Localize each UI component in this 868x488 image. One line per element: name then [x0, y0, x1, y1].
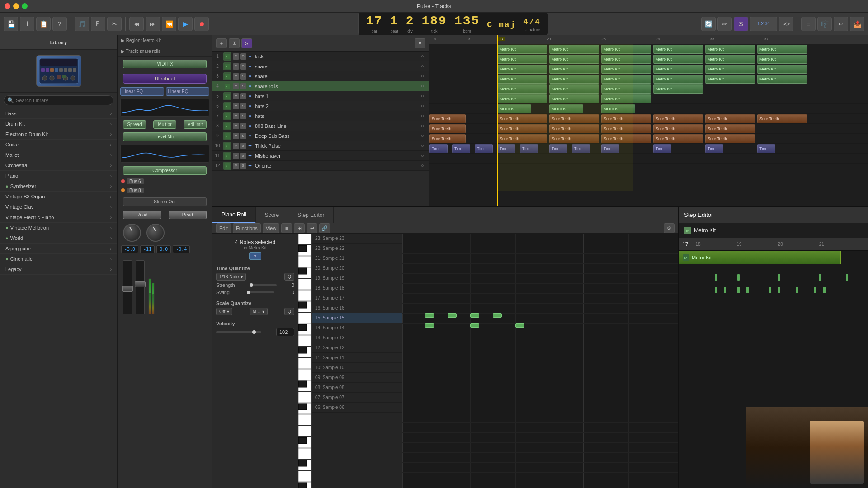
track-m-1[interactable]: M: [233, 63, 239, 70]
tick-display[interactable]: 189: [421, 14, 447, 28]
stereo-out-button[interactable]: Stereo Out: [123, 197, 207, 206]
arrange-block[interactable]: Sore Teeth: [653, 134, 703, 143]
arrange-block[interactable]: Tim: [429, 144, 448, 153]
pr-undo-button[interactable]: ↩: [307, 223, 317, 233]
fader-2[interactable]: [136, 260, 145, 314]
arrange-block[interactable]: Metro Kit: [497, 65, 547, 74]
arrange-block[interactable]: Tim: [757, 144, 775, 153]
library-item-vintage-mellotron[interactable]: ●Vintage Mellotron ›: [0, 223, 117, 233]
arrange-block[interactable]: Metro Kit: [705, 65, 755, 74]
arrange-block[interactable]: Sore Teeth: [601, 114, 651, 123]
track-m-8[interactable]: M: [233, 133, 239, 139]
track-row-1[interactable]: 2 ♪ M S ✦ snare ○: [212, 61, 429, 71]
arrange-row-10[interactable]: TimTimTimTimTimTimTimTimTimTimTim: [429, 144, 868, 154]
scale-mode-select[interactable]: M... ▾: [250, 308, 268, 315]
track-s-8[interactable]: S: [240, 133, 246, 139]
forward-button[interactable]: ⏭: [146, 17, 160, 31]
arrange-block[interactable]: Metro Kit: [757, 65, 807, 74]
arrange-block[interactable]: Metro Kit: [549, 75, 599, 84]
arrange-block[interactable]: Metro Kit: [601, 45, 651, 54]
scale-q-btn[interactable]: Q: [284, 308, 294, 315]
arrange-block[interactable]: Tim: [452, 144, 470, 153]
track-row-10[interactable]: 11 ♪ M S ✦ Misbehaver ○: [212, 151, 429, 161]
arrange-block[interactable]: Metro Kit: [653, 65, 703, 74]
read2-button[interactable]: Read: [169, 211, 207, 219]
pr-grid-button[interactable]: ⊞: [294, 223, 305, 233]
track-row-2[interactable]: 3 ♪ M S ✦ snare ○: [212, 71, 429, 81]
track-row-3[interactable]: 4 ♪ M S ✦ snare rolls ○: [212, 81, 429, 91]
arrange-block[interactable]: Tim: [497, 144, 515, 153]
arrange-block[interactable]: Metro Kit: [601, 84, 651, 94]
velocity-input[interactable]: 102: [276, 328, 294, 336]
adlimit-button[interactable]: AdLimit: [184, 120, 207, 129]
step-note-8[interactable]: [746, 287, 749, 293]
save-button[interactable]: 💾: [4, 17, 18, 31]
velocity-slider[interactable]: [216, 331, 261, 333]
browse-button[interactable]: 📋: [36, 17, 51, 31]
library-item-bass[interactable]: Bass ›: [0, 108, 117, 119]
track-m-6[interactable]: M: [233, 113, 239, 119]
arrange-block[interactable]: Metro Kit: [601, 104, 635, 113]
arrange-block[interactable]: Metro Kit: [757, 75, 807, 84]
arrange-row-2[interactable]: Metro KitMetro KitMetro KitMetro KitMetr…: [429, 64, 868, 74]
arrange-block[interactable]: Metro Kit: [705, 45, 755, 54]
arrange-row-4[interactable]: Metro KitMetro KitMetro KitMetro Kit: [429, 84, 868, 94]
library-item-orchestral[interactable]: Orchestral ›: [0, 160, 117, 171]
arrange-block[interactable]: Tim: [475, 144, 493, 153]
arrange-block[interactable]: Metro Kit: [497, 104, 531, 113]
arrange-block[interactable]: Sore Teeth: [497, 114, 547, 123]
minimize-button[interactable]: [13, 3, 19, 9]
midi-fx-button[interactable]: MIDI FX: [123, 60, 207, 68]
arrange-block[interactable]: Metro Kit: [497, 84, 547, 94]
export-button[interactable]: 📤: [850, 17, 864, 31]
step-note-1[interactable]: [737, 274, 740, 281]
info-button[interactable]: ℹ: [20, 17, 34, 31]
arrange-block[interactable]: Metro Kit: [497, 75, 547, 84]
swing-thumb[interactable]: [247, 291, 250, 294]
arrange-row-6[interactable]: Metro KitMetro KitMetro Kit: [429, 104, 868, 114]
pencil-button[interactable]: ✏: [717, 17, 732, 31]
volume-knob[interactable]: [123, 224, 141, 242]
pr-note-2[interactable]: [470, 313, 479, 318]
arrange-block[interactable]: Metro Kit: [549, 84, 599, 94]
step-note-7[interactable]: [737, 287, 740, 293]
arrange-row-8[interactable]: Sore TeethSore TeethSore TeethSore Teeth…: [429, 124, 868, 134]
arrange-block[interactable]: Sore Teeth: [601, 134, 651, 143]
div-display[interactable]: 2: [406, 14, 415, 28]
track-s-11[interactable]: S: [240, 163, 246, 169]
library-item-vintage-b3-organ[interactable]: Vintage B3 Organ ›: [0, 192, 117, 202]
arrange-block[interactable]: Metro Kit: [601, 75, 651, 84]
record-button[interactable]: ⏺: [194, 17, 209, 31]
track-s-3[interactable]: S: [240, 83, 246, 89]
track-m-10[interactable]: M: [233, 153, 239, 159]
s-button[interactable]: S: [734, 17, 748, 31]
tab-piano-roll[interactable]: Piano Roll: [212, 207, 256, 223]
step-note-0[interactable]: [715, 274, 717, 281]
region-section[interactable]: ▶ Region: Metro Kit: [118, 35, 212, 46]
arrange-block[interactable]: Tim: [572, 144, 590, 153]
arrange-block[interactable]: Metro Kit: [757, 55, 807, 64]
compressor-button[interactable]: Compressor: [123, 166, 207, 175]
bus6-button[interactable]: Bus 6: [127, 178, 144, 184]
track-m-3[interactable]: M: [233, 83, 239, 89]
pr-list-button[interactable]: ≡: [281, 223, 292, 233]
bar-display[interactable]: 17: [366, 14, 383, 28]
arrange-block[interactable]: Metro Kit: [549, 55, 599, 64]
arrange-block[interactable]: Metro Kit: [705, 75, 755, 84]
arrange-block[interactable]: Sore Teeth: [653, 124, 703, 133]
arrange-block[interactable]: Metro Kit: [653, 45, 703, 54]
add-track-button[interactable]: +: [216, 38, 227, 48]
track-m-2[interactable]: M: [233, 73, 239, 80]
pr-functions-button[interactable]: Functions: [233, 223, 261, 233]
track-row-7[interactable]: 8 ♪ M S ✦ 808 Bass Line ○: [212, 121, 429, 131]
track-s-7[interactable]: S: [240, 123, 246, 129]
arrange-block[interactable]: Metro Kit: [757, 45, 807, 54]
strength-slider[interactable]: [250, 284, 277, 286]
arrange-row-5[interactable]: Metro KitMetro KitMetro Kit: [429, 94, 868, 104]
arrange-row-9[interactable]: Sore TeethSore TeethSore TeethSore Teeth…: [429, 134, 868, 144]
pr-view-button[interactable]: View: [263, 223, 280, 233]
fader-2-thumb[interactable]: [135, 281, 146, 287]
step-note-6[interactable]: [724, 287, 726, 293]
step-note-3[interactable]: [819, 274, 821, 281]
search-input[interactable]: [4, 95, 113, 105]
